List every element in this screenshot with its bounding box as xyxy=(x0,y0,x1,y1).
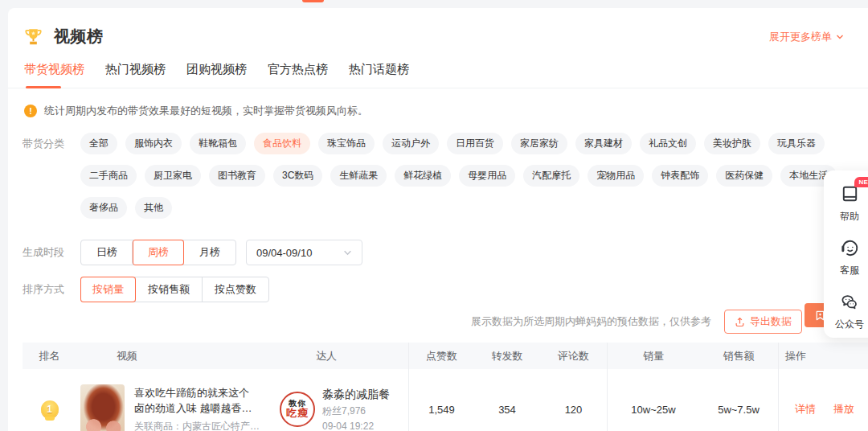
video-rank-card: 视频榜 展开更多榜单 带货视频榜 热门视频榜 团购视频榜 官方热点榜 热门话题榜… xyxy=(8,8,868,431)
publish-time: 09-04 19:22 xyxy=(322,421,390,431)
period-segmented-control: 日榜周榜月榜 xyxy=(80,240,236,265)
category-pill[interactable]: 家居家纺 xyxy=(511,133,567,154)
category-filter-label: 带货分类 xyxy=(23,133,80,219)
likes-value: 1,549 xyxy=(408,369,474,431)
category-pill[interactable]: 其他 xyxy=(135,197,172,219)
customer-service-item[interactable]: 客服 xyxy=(832,237,867,277)
period-option[interactable]: 月榜 xyxy=(183,240,235,265)
col-header-comments: 评论数 xyxy=(540,349,607,363)
export-data-button[interactable]: 导出数据 xyxy=(724,310,802,334)
related-product: 关联商品：内蒙古匠心特产… xyxy=(134,420,267,431)
floating-side-panel: 帮助 NEW 客服 公众号 xyxy=(824,170,868,338)
period-option[interactable]: 周榜 xyxy=(132,240,184,265)
sales-value: 10w~25w xyxy=(607,369,699,431)
col-header-daren: 达人 xyxy=(273,349,408,363)
col-header-actions: 操作 xyxy=(778,343,868,369)
category-pill[interactable]: 服饰内衣 xyxy=(125,133,182,154)
category-pill[interactable]: 鲜花绿植 xyxy=(395,165,451,187)
category-pill-row-2: 二手商品厨卫家电图书教育3C数码生鲜蔬果鲜花绿植母婴用品汽配摩托宠物用品钟表配饰… xyxy=(80,165,837,187)
category-pill[interactable]: 美妆护肤 xyxy=(704,133,760,154)
date-range-value: 09/04-09/10 xyxy=(256,247,312,259)
daren-name[interactable]: 淼淼的减脂餐 xyxy=(322,388,390,402)
category-pill[interactable]: 3C数码 xyxy=(273,165,322,187)
rank-tab[interactable]: 带货视频榜 xyxy=(24,62,84,88)
sort-option[interactable]: 按销售额 xyxy=(135,277,202,302)
category-pill[interactable]: 家具建材 xyxy=(575,133,632,154)
rank-tab[interactable]: 官方热点榜 xyxy=(268,62,328,88)
sort-filter-label: 排序方式 xyxy=(23,277,80,302)
category-filter-row: 带货分类 全部服饰内衣鞋靴箱包食品饮料珠宝饰品运动户外日用百货家居家纺家具建材礼… xyxy=(8,133,868,219)
category-pill[interactable]: 母婴用品 xyxy=(459,165,515,187)
card-header: 视频榜 展开更多榜单 xyxy=(8,8,868,47)
chevron-down-icon xyxy=(836,33,844,41)
table-toolbar: 展示数据为所选周期内蝉妈妈的预估数据，仅供参考 导出数据 xyxy=(8,309,868,335)
chevron-down-icon xyxy=(343,248,352,257)
category-pill[interactable]: 礼品文创 xyxy=(640,133,696,154)
shares-value: 354 xyxy=(474,404,540,416)
sort-option[interactable]: 按点赞数 xyxy=(202,277,268,302)
video-thumbnail[interactable] xyxy=(80,384,125,431)
rank-tab-bar: 带货视频榜 热门视频榜 团购视频榜 官方热点榜 热门话题榜 xyxy=(8,62,868,88)
rank-tab[interactable]: 热门视频榜 xyxy=(105,62,166,88)
daren-avatar[interactable]: 教你 吃瘦 xyxy=(280,392,315,427)
help-item[interactable]: 帮助 NEW xyxy=(832,183,867,224)
data-disclaimer: 展示数据为所选周期内蝉妈妈的预估数据，仅供参考 xyxy=(471,314,711,329)
new-badge: NEW xyxy=(854,177,868,187)
category-pill[interactable]: 生鲜蔬果 xyxy=(330,165,387,187)
category-pill[interactable]: 日用百货 xyxy=(447,133,503,154)
top-nav-active-indicator xyxy=(302,0,324,2)
period-option[interactable]: 日榜 xyxy=(81,240,133,265)
exclamation-circle-icon: ! xyxy=(24,105,37,117)
rank-tab[interactable]: 热门话题榜 xyxy=(349,62,409,88)
page-title: 视频榜 xyxy=(54,26,104,47)
period-filter-label: 生成时段 xyxy=(23,240,80,265)
sort-segmented-control: 按销量按销售额按点赞数 xyxy=(80,277,269,302)
col-header-rank: 排名 xyxy=(23,349,76,363)
period-filter-row: 生成时段 日榜周榜月榜 09/04-09/10 xyxy=(8,240,868,265)
video-title[interactable]: 喜欢吃牛蹄筋的就来这个 卤的劲道入味 越嚼越香… xyxy=(134,385,267,416)
rank-tab[interactable]: 团购视频榜 xyxy=(186,62,247,88)
comments-value: 120 xyxy=(540,404,607,416)
category-pill-row-1: 全部服饰内衣鞋靴箱包食品饮料珠宝饰品运动户外日用百货家居家纺家具建材礼品文创美妆… xyxy=(80,133,837,154)
trophy-icon xyxy=(23,26,44,47)
sort-option[interactable]: 按销量 xyxy=(80,277,136,302)
gmv-value: 5w~7.5w xyxy=(699,404,778,416)
rank-1-medal-icon: 1 xyxy=(41,400,59,418)
date-range-select[interactable]: 09/04-09/10 xyxy=(246,240,362,265)
category-pill-row-3: 奢侈品其他 xyxy=(80,197,837,219)
expand-more-ranks-link[interactable]: 展开更多榜单 xyxy=(769,30,844,44)
notice-bar: ! 统计周期内发布的带货效果最好的短视频，实时掌握带货视频风向标。 xyxy=(8,104,868,118)
customer-service-icon xyxy=(839,237,861,259)
col-header-sales: 销量 xyxy=(607,343,699,369)
col-header-video: 视频 xyxy=(76,349,273,363)
category-pill[interactable]: 图书教育 xyxy=(209,165,265,187)
rank-table: 排名 视频 达人 点赞数 转发数 评论数 销量 销售额 操作 1 喜欢吃牛蹄筋的… xyxy=(23,343,868,431)
col-header-shares: 转发数 xyxy=(474,349,540,363)
category-pill[interactable]: 食品饮料 xyxy=(254,133,310,154)
table-row: 1 喜欢吃牛蹄筋的就来这个 卤的劲道入味 越嚼越香… 关联商品：内蒙古匠心特产… xyxy=(23,369,868,431)
category-pill[interactable]: 宠物用品 xyxy=(588,165,644,187)
category-pill[interactable]: 钟表配饰 xyxy=(652,165,708,187)
sort-filter-row: 排序方式 按销量按销售额按点赞数 xyxy=(8,277,868,302)
category-pill[interactable]: 二手商品 xyxy=(80,165,137,187)
official-account-item[interactable]: 公众号 xyxy=(832,291,867,331)
category-pill[interactable]: 汽配摩托 xyxy=(523,165,579,187)
category-pill[interactable]: 珠宝饰品 xyxy=(318,133,375,154)
notice-text: 统计周期内发布的带货效果最好的短视频，实时掌握带货视频风向标。 xyxy=(44,104,368,118)
col-header-likes: 点赞数 xyxy=(408,343,474,369)
export-up-icon xyxy=(735,317,745,327)
category-pill[interactable]: 医药保健 xyxy=(716,165,772,187)
category-pill[interactable]: 玩具乐器 xyxy=(768,133,825,154)
category-pill[interactable]: 厨卫家电 xyxy=(145,165,201,187)
category-pill[interactable]: 奢侈品 xyxy=(80,197,127,219)
detail-link[interactable]: 详情 xyxy=(795,402,816,417)
col-header-gmv: 销售额 xyxy=(699,349,778,363)
play-link[interactable]: 播放 xyxy=(833,402,854,417)
category-pill[interactable]: 全部 xyxy=(80,133,117,154)
daren-fans: 粉丝7,976 xyxy=(322,404,390,418)
category-pill[interactable]: 运动户外 xyxy=(383,133,439,154)
category-pill[interactable]: 鞋靴箱包 xyxy=(190,133,246,154)
table-header-row: 排名 视频 达人 点赞数 转发数 评论数 销量 销售额 操作 xyxy=(23,343,868,369)
wechat-icon xyxy=(839,291,861,313)
